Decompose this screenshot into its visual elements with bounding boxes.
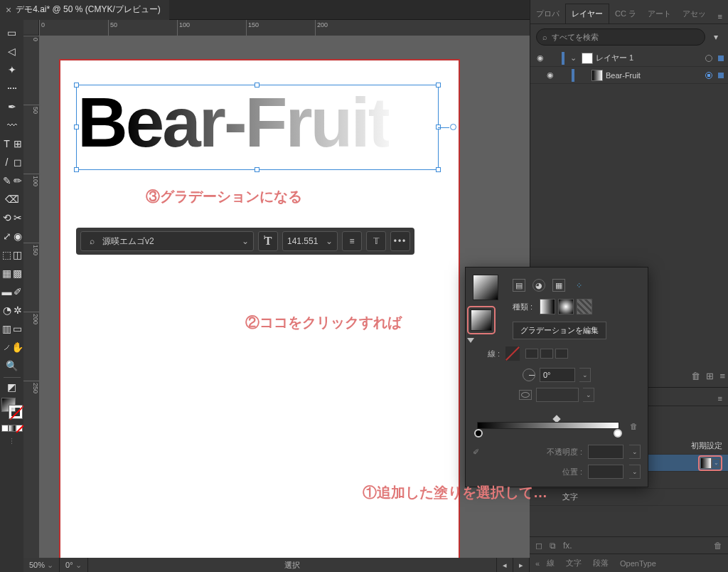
stroke-swatch[interactable] [9,405,23,419]
blend-tool-icon[interactable]: ◔ [1,302,13,319]
zoom-tool-icon[interactable]: 🔍 [2,357,22,374]
delete-stop-icon[interactable]: 🗑 [630,422,638,430]
eyedropper-icon[interactable]: ✐ [473,447,486,457]
target-icon[interactable] [705,72,712,79]
gradient-swatch-icon[interactable] [471,309,492,331]
curvature-tool-icon[interactable]: 〰 [2,117,22,134]
graph-tool-icon[interactable]: ▥ [1,320,13,337]
pencil-tool-icon[interactable]: ✏ [13,172,23,189]
freeform-gradient-icon[interactable] [577,299,592,314]
panel-menu-icon[interactable]: ≡ [712,391,728,406]
direct-selection-tool-icon[interactable]: ◁ [2,43,22,60]
type-tool-icon[interactable]: T [1,135,13,152]
stop-opacity-input[interactable] [588,445,623,459]
gradient-track[interactable] [477,422,619,429]
line-tool-icon[interactable]: / [1,154,13,171]
selection-handle[interactable] [436,83,441,88]
fill-swatch-highlight[interactable]: ⌄ [698,455,722,471]
stroke-along-icon[interactable] [540,349,553,359]
linear-gradient-icon[interactable] [540,299,555,314]
selection-handle[interactable] [74,167,79,172]
more-options-icon[interactable]: ••• [390,231,410,251]
chevron-down-icon[interactable]: ⌄ [712,459,720,467]
fx-icon[interactable]: fx. [563,541,572,551]
stroke-across-icon[interactable] [555,349,568,359]
selection-handle[interactable] [436,167,441,172]
artboard-nav-next[interactable]: ▸ [513,558,530,572]
free-transform-tool-icon[interactable]: ⬚ [1,246,13,263]
radial-gradient-icon[interactable] [558,299,574,314]
freeform-icon[interactable]: ⁘ [572,279,585,292]
document-tab[interactable]: × デモ4.ai* @ 50 % (CMYK/プレビュー) [0,0,169,20]
chevron-down-icon[interactable]: ⌄ [629,465,641,479]
tab-character[interactable]: 文字 [560,554,587,572]
stroke-within-icon[interactable] [525,349,538,359]
selection-indicator[interactable] [718,55,724,61]
gradient-preview-swatch[interactable] [473,275,498,300]
stroke-none-swatch[interactable] [505,346,520,361]
fill-stroke-swatch[interactable] [1,398,23,419]
stop-position-input[interactable] [588,465,623,479]
text-outport-icon[interactable] [450,124,456,130]
vertical-ruler[interactable]: 0 50 100 150 200 250 [23,36,39,558]
ruler-origin[interactable] [23,20,39,36]
scissors-tool-icon[interactable]: ✂ [13,209,23,226]
sublayer-row[interactable]: ◉ Bear-Fruit [530,67,728,84]
rotate-view[interactable]: 0° [60,558,88,572]
color-wheel-icon[interactable]: ◕ [532,279,545,292]
tab-opentype[interactable]: OpenType [614,555,662,572]
touch-type-tool-icon[interactable]: ⊞ [13,135,23,152]
chevron-down-icon[interactable] [237,236,249,246]
tab-asset-export[interactable]: アセッ [677,4,712,23]
width-tool-icon[interactable]: ◉ [13,228,23,245]
fill-toggle-icon[interactable]: ◩ [2,381,22,393]
toolbox-more-icon[interactable]: ⋯ [8,438,16,447]
visibility-icon[interactable]: ◉ [545,70,556,80]
magic-wand-tool-icon[interactable]: ✦ [2,61,22,78]
delete-icon[interactable]: 🗑 [691,371,700,381]
tab-artboards[interactable]: アート [642,4,677,23]
duplicate-icon[interactable]: ⧉ [550,541,556,551]
mesh-tool-icon[interactable]: ▩ [13,265,23,282]
angle-dial-icon[interactable] [523,369,535,381]
tab-stroke[interactable]: 線 [541,554,560,572]
canvas[interactable]: Bear-Fruit ③グラデーションになる ⌕ 源暎エムゴv2 [39,36,530,558]
tab-layers[interactable]: レイヤー [565,4,609,23]
layer-name[interactable]: レイヤー 1 [596,53,633,63]
target-icon[interactable] [705,55,712,62]
swatch-dropdown-icon[interactable] [467,338,474,343]
artboard-nav-prev[interactable]: ◂ [497,558,513,572]
paragraph-align-icon[interactable]: ≡ [342,231,362,251]
disclosure-icon[interactable]: ⌄ [570,53,579,63]
horizontal-ruler[interactable]: 0 50 100 150 200 [39,20,530,36]
lasso-tool-icon[interactable]: ᠁ [2,80,22,97]
gradient-color-icon[interactable] [9,425,16,432]
chevron-down-icon[interactable]: ⌄ [583,388,594,402]
gradient-panel[interactable]: ▤ ◕ ▦ ⁘ 種類 : グラデーションを編集 線 : [465,267,648,487]
sublayer-name[interactable]: Bear-Fruit [606,71,641,80]
perspective-tool-icon[interactable]: ▦ [1,265,13,282]
panel-menu-icon[interactable]: ≡ [712,9,728,23]
eraser-tool-icon[interactable]: ⌫ [2,191,22,208]
visibility-icon[interactable]: ◉ [535,53,546,63]
gradient-stop-right[interactable] [614,429,622,438]
selection-handle[interactable] [255,83,259,88]
brush-tool-icon[interactable]: ✎ [1,172,13,189]
filter-icon[interactable]: ▾ [710,31,722,43]
hand-tool-icon[interactable]: ✋ [13,339,23,356]
chevron-down-icon[interactable]: ⌄ [629,445,641,459]
scale-tool-icon[interactable]: ⤢ [1,228,13,245]
clear-appearance-icon[interactable]: ◻ [535,541,542,551]
chevron-down-icon[interactable] [321,236,333,246]
type-options-icon[interactable]: 𝕋 [366,231,386,251]
selection-bounding-box[interactable] [76,85,439,170]
pen-tool-icon[interactable]: ✒ [2,98,22,115]
color-mode-minis[interactable] [1,425,23,432]
gradient-tool-icon[interactable]: ▬ [1,283,13,300]
trash-icon[interactable]: 🗑 [714,541,722,551]
gradient-slider[interactable]: 🗑 [473,415,641,439]
layers-search-input[interactable]: ⌕ すべてを検索 [536,28,705,46]
selection-indicator[interactable] [718,73,724,78]
layer-row-1[interactable]: ◉ ⌄ レイヤー 1 [530,50,728,67]
new-icon[interactable]: ⊞ [706,371,714,381]
